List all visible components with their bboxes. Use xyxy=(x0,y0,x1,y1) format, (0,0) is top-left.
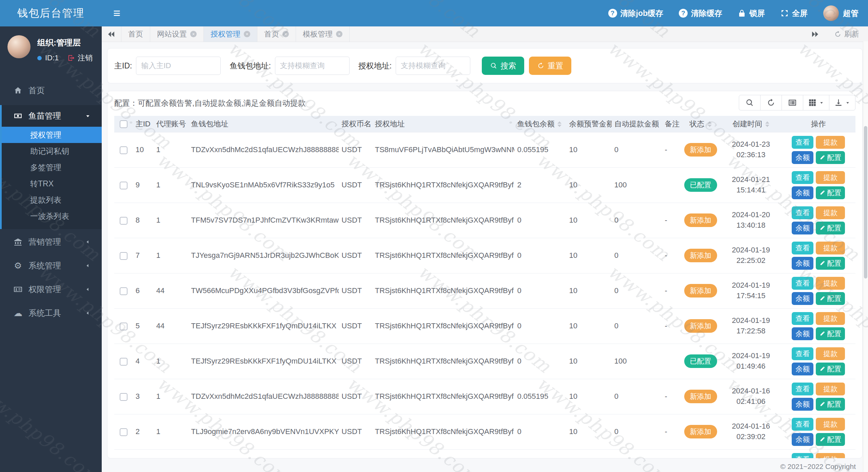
config-button[interactable]: 配置 xyxy=(816,292,845,305)
topbar-user[interactable]: 超管 xyxy=(823,5,859,21)
view-button[interactable]: 查看 xyxy=(792,136,813,149)
tab-1[interactable]: 网站设置× xyxy=(150,26,204,42)
clear-job-cache-button[interactable]: ?清除job缓存 xyxy=(608,8,664,19)
cell-created: 2024-01-1901:49:46 xyxy=(721,344,781,379)
withdraw-button[interactable]: 提款 xyxy=(816,277,845,290)
sidebar-subitem-label: 多签管理 xyxy=(30,162,61,173)
tab-2[interactable]: 授权管理× xyxy=(204,26,257,42)
row-checkbox[interactable] xyxy=(120,217,127,225)
table-export-button[interactable] xyxy=(829,95,855,110)
balance-button[interactable]: 余额 xyxy=(792,398,813,411)
config-button[interactable]: 配置 xyxy=(816,398,845,411)
balance-button[interactable]: 余额 xyxy=(792,433,813,446)
close-icon[interactable]: × xyxy=(190,31,197,37)
tab-3[interactable]: 首页× xyxy=(257,26,296,42)
filter-input-2[interactable] xyxy=(396,57,470,75)
close-icon[interactable]: × xyxy=(282,31,289,37)
config-button[interactable]: 配置 xyxy=(816,151,845,164)
row-checkbox[interactable] xyxy=(120,287,127,295)
row-checkbox[interactable] xyxy=(120,182,127,189)
config-button[interactable]: 配置 xyxy=(816,363,845,375)
tabs-scroll-left-icon[interactable] xyxy=(102,26,121,42)
sidebar-item-2[interactable]: 营销管理 xyxy=(0,231,102,253)
withdraw-button[interactable]: 提款 xyxy=(816,242,845,254)
scrollbar-thumb[interactable] xyxy=(864,126,867,279)
logout-button[interactable]: 注销 xyxy=(67,53,93,63)
reset-button[interactable]: 重置 xyxy=(529,57,571,75)
withdraw-button[interactable]: 提款 xyxy=(816,347,845,360)
sidebar-subitem-4[interactable]: 提款列表 xyxy=(2,192,102,208)
row-checkbox[interactable] xyxy=(120,428,127,436)
view-button[interactable]: 查看 xyxy=(792,418,813,431)
withdraw-button[interactable]: 提款 xyxy=(816,383,845,395)
withdraw-button[interactable]: 提款 xyxy=(816,453,845,459)
sidebar-subitem-2[interactable]: 多签管理 xyxy=(2,159,102,176)
filter-input-0[interactable] xyxy=(136,57,221,75)
lock-screen-button[interactable]: 锁屏 xyxy=(738,8,765,19)
action-label: 配置 xyxy=(827,399,841,409)
select-all-checkbox[interactable] xyxy=(120,120,127,128)
tab-refresh-button[interactable]: 刷新 xyxy=(834,29,859,39)
scrollbar-track[interactable] xyxy=(863,41,868,472)
table-columns-button[interactable] xyxy=(803,95,829,110)
row-checkbox[interactable] xyxy=(120,393,127,401)
balance-button[interactable]: 余额 xyxy=(792,327,813,340)
balance-button[interactable]: 余额 xyxy=(792,186,813,199)
config-button[interactable]: 配置 xyxy=(816,222,845,234)
sidebar-subitem-0[interactable]: 授权管理 xyxy=(2,127,102,143)
sidebar-subitem-3[interactable]: 转TRX xyxy=(2,176,102,192)
withdraw-button[interactable]: 提款 xyxy=(816,312,845,325)
config-button[interactable]: 配置 xyxy=(816,257,845,270)
table-toggle-button[interactable] xyxy=(782,95,803,110)
tab-4[interactable]: 模板管理× xyxy=(296,26,350,42)
view-button[interactable]: 查看 xyxy=(792,347,813,360)
config-button[interactable]: 配置 xyxy=(816,186,845,199)
fullscreen-button[interactable]: 全屏 xyxy=(781,8,808,19)
row-checkbox[interactable] xyxy=(120,146,127,154)
search-button[interactable]: 搜索 xyxy=(482,57,524,75)
sidebar-item-4[interactable]: 权限管理 xyxy=(0,279,102,300)
table-search-button[interactable] xyxy=(739,95,761,110)
sidebar-item-3[interactable]: ⚙系统管理 xyxy=(0,255,102,276)
view-button[interactable]: 查看 xyxy=(792,242,813,254)
withdraw-button[interactable]: 提款 xyxy=(816,136,845,149)
view-button[interactable]: 查看 xyxy=(792,312,813,325)
cell-select xyxy=(114,203,133,238)
view-button[interactable]: 查看 xyxy=(792,206,813,219)
tabs-scroll-right-icon[interactable] xyxy=(805,30,825,38)
view-button[interactable]: 查看 xyxy=(792,383,813,395)
sort-icon[interactable] xyxy=(557,121,561,127)
close-icon[interactable]: × xyxy=(244,31,250,37)
sort-icon[interactable] xyxy=(708,121,712,127)
view-button[interactable]: 查看 xyxy=(792,277,813,290)
table-refresh-button[interactable] xyxy=(760,95,782,110)
balance-button[interactable]: 余额 xyxy=(792,257,813,270)
sidebar-group-header-1[interactable]: 鱼苗管理 xyxy=(2,105,102,127)
hamburger-icon[interactable]: ≡ xyxy=(113,7,120,19)
balance-button[interactable]: 余额 xyxy=(792,292,813,305)
sort-icon[interactable] xyxy=(765,121,769,127)
withdraw-button[interactable]: 提款 xyxy=(816,206,845,219)
row-checkbox[interactable] xyxy=(120,358,127,366)
withdraw-button[interactable]: 提款 xyxy=(816,171,845,184)
balance-button[interactable]: 余额 xyxy=(792,363,813,375)
balance-button[interactable]: 余额 xyxy=(792,151,813,164)
balance-button[interactable]: 余额 xyxy=(792,222,813,234)
close-icon[interactable]: × xyxy=(336,31,342,37)
filter-input-1[interactable] xyxy=(275,57,350,75)
row-checkbox[interactable] xyxy=(120,323,127,330)
table-panel: 配置：可配置余额告警,自动提款金额,满足金额自动提款 主ID代理账号鱼钱包地址授… xyxy=(107,91,863,458)
sidebar-item-5[interactable]: ☁系统工具 xyxy=(0,302,102,324)
sidebar-subitem-label: 助记词私钥 xyxy=(30,146,69,157)
sidebar-item-0[interactable]: 首页 xyxy=(0,81,102,100)
view-button[interactable]: 查看 xyxy=(792,171,813,184)
config-button[interactable]: 配置 xyxy=(816,433,845,446)
view-button[interactable]: 查看 xyxy=(792,453,813,459)
tab-0[interactable]: 首页 xyxy=(121,26,150,42)
sidebar-subitem-5[interactable]: 一波杀列表 xyxy=(2,208,102,224)
clear-cache-button[interactable]: ?清除缓存 xyxy=(679,8,722,19)
sidebar-subitem-1[interactable]: 助记词私钥 xyxy=(2,143,102,159)
config-button[interactable]: 配置 xyxy=(816,327,845,340)
row-checkbox[interactable] xyxy=(120,252,127,260)
withdraw-button[interactable]: 提款 xyxy=(816,418,845,431)
